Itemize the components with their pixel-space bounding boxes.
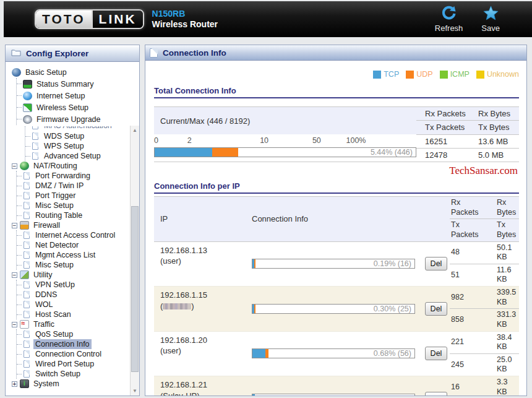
sidebar-item-misc-setup[interactable]: Misc Setup: [17, 201, 129, 210]
sidebar-item-label: NAT/Routing: [32, 161, 79, 171]
del-button[interactable]: Del: [425, 392, 447, 396]
col-header-del-spacer: [423, 197, 450, 241]
watermark: TechSansar.com: [154, 165, 519, 176]
sidebar-item-internet-setup[interactable]: Internet Setup: [17, 90, 137, 102]
sidebar-item-mgmt-access-list[interactable]: Mgmt Access List: [17, 250, 129, 260]
table-row: 192.168.1.20(user)0.68% (56)Del22138.4 K…: [154, 331, 519, 376]
sidebar-item-misc-setup[interactable]: Misc Setup: [17, 260, 129, 270]
expand-minus-icon[interactable]: −: [12, 163, 17, 169]
udp-segment: [212, 148, 238, 157]
row-ip-cell: 192.168.1.13(user): [154, 242, 252, 287]
legend-swatch-tcp: [373, 71, 381, 79]
del-button[interactable]: Del: [425, 302, 447, 316]
sidebar-item-label: Internet Setup: [35, 91, 87, 101]
save-button[interactable]: Save: [481, 6, 500, 33]
sidebar-item-utility[interactable]: −Utility: [12, 270, 129, 280]
table-row: 192.168.1.15()0.30% (25)Del982339.5 KB85…: [154, 286, 519, 331]
col-header-rx-bytes: Rx Bytes: [497, 198, 518, 217]
row-ip: 192.168.1.21: [160, 379, 252, 391]
scroll-down-icon[interactable]: ▼: [131, 386, 139, 396]
sidebar-item-firewall[interactable]: −Firewall: [12, 220, 129, 230]
sidebar-item-label: Status Summary: [35, 79, 95, 89]
sidebar-item-qos-setup[interactable]: QoS Setup: [17, 329, 129, 339]
sidebar-item-internet-access-control[interactable]: Internet Access Control: [17, 230, 129, 240]
sidebar-item-advanced-setup[interactable]: Advanced Setup: [25, 151, 129, 161]
sidebar-item-host-scan[interactable]: Host Scan: [17, 309, 129, 319]
page-icon: [24, 231, 30, 239]
sidebar-item-port-trigger[interactable]: Port Trigger: [17, 191, 129, 201]
sidebar-item-status-summary[interactable]: Status Summary: [17, 78, 137, 90]
sidebar-item-label: Mgmt Access List: [33, 250, 97, 260]
sidebar-item-wps-setup[interactable]: WPS Setup: [25, 141, 129, 151]
current-max-label: Current/Max (446 / 8192): [154, 107, 416, 134]
legend-swatch-udp: [406, 71, 414, 79]
sidebar-item-label: Connection Control: [33, 349, 103, 359]
sidebar-item-label: WDS Setup: [42, 131, 86, 141]
tree-connector: [17, 344, 22, 345]
sidebar-item-wired-port-setup[interactable]: Wired Port Setup: [17, 359, 129, 369]
connection-bar: 0.19% (16): [252, 259, 415, 269]
sidebar-item-system[interactable]: +System: [12, 379, 129, 389]
del-button[interactable]: Del: [425, 257, 447, 270]
sidebar-item-label: MAC Authentication: [42, 126, 114, 131]
tree-connector: [17, 107, 22, 108]
sidebar-item-connection-info[interactable]: Connection Info: [17, 339, 129, 349]
legend-label: UDP: [416, 70, 432, 79]
tree-connector: [17, 245, 22, 246]
utility-icon: [20, 270, 29, 279]
row-tx-packets: 245: [450, 360, 497, 370]
page-icon: [24, 241, 30, 249]
bar-percent-label: 0.30% (25): [374, 305, 411, 313]
sidebar-tree-scroll: MAC AuthenticationWDS SetupWPS SetupAdva…: [6, 126, 139, 396]
sidebar-item-switch-setup[interactable]: Switch Setup: [17, 369, 129, 379]
expand-plus-icon[interactable]: +: [12, 381, 17, 387]
del-button[interactable]: Del: [425, 347, 447, 360]
sidebar-item-wds-setup[interactable]: WDS Setup: [25, 131, 129, 141]
logo-toto-text: TOTO: [36, 11, 92, 28]
col-header-rx-packets: Rx Packets: [416, 109, 478, 118]
sidebar-item-port-forwarding[interactable]: Port Forwarding: [17, 171, 129, 181]
tree-connector: [17, 176, 22, 176]
sidebar-item-firmware-upgrade[interactable]: Firmware Upgrade: [17, 113, 137, 125]
page-icon: [150, 48, 158, 58]
expand-minus-icon[interactable]: −: [12, 223, 17, 228]
sidebar-item-label: Misc Setup: [33, 201, 75, 210]
content-area: Config Explorer Basic SetupStatus Summar…: [5, 45, 527, 396]
expand-minus-icon[interactable]: −: [12, 272, 17, 278]
table-row: 192.168.1.21(Sulav-HP)0.02% (2)Del163.3 …: [154, 376, 519, 396]
sidebar-item-nat-routing[interactable]: −NAT/Routing: [12, 161, 129, 171]
row-del-cell: Del: [423, 332, 450, 376]
sidebar-item-mac-authentication[interactable]: MAC Authentication: [25, 126, 129, 131]
sidebar-item-wol[interactable]: WOL: [17, 300, 129, 309]
sidebar-item-connection-control[interactable]: Connection Control: [17, 349, 129, 359]
legend-swatch-icmp: [440, 71, 448, 79]
sidebar-item-label: Switch Setup: [33, 369, 82, 379]
row-del-cell: Del: [423, 287, 450, 331]
table-row: 192.168.1.13(user)0.19% (16)Del4850.1 KB…: [154, 242, 519, 287]
scrollbar-thumb[interactable]: [131, 206, 139, 372]
sidebar-item-label: WOL: [33, 300, 54, 309]
per-ip-rows: 192.168.1.13(user)0.19% (16)Del4850.1 KB…: [154, 242, 519, 396]
sidebar-item-ddns[interactable]: DDNS: [17, 290, 129, 300]
legend-label: Unknown: [487, 70, 519, 79]
sidebar-item-dmz-twin-ip[interactable]: DMZ / Twin IP: [17, 181, 129, 191]
col-header-rx-packets: Rx Packets: [451, 198, 482, 217]
sidebar-item-net-detector[interactable]: Net Detector: [17, 240, 129, 250]
total-usage-bar: 5.44% (446): [154, 147, 416, 157]
scroll-up-icon[interactable]: ▲: [131, 126, 139, 135]
page-icon: [24, 360, 30, 368]
sidebar-item-vpn-setup[interactable]: VPN SetUp: [17, 280, 129, 290]
row-hostname: (): [160, 301, 252, 312]
refresh-button[interactable]: Refresh: [435, 6, 463, 33]
sidebar-item-wireless-setup[interactable]: Wireless Setup: [17, 102, 137, 113]
sidebar-item-routing-table[interactable]: Routing Table: [17, 210, 129, 220]
row-tx-packets: 51: [450, 270, 497, 280]
sidebar-scrollbar[interactable]: ▲ ▼: [130, 126, 139, 396]
bar-percent-label: 0.68% (56): [374, 349, 411, 358]
device-model: N150RB Wireless Router: [152, 9, 218, 30]
sidebar-item-basic-setup[interactable]: Basic Setup: [12, 66, 137, 78]
expand-minus-icon[interactable]: −: [12, 322, 17, 327]
sidebar-item-traffic[interactable]: −Traffic: [12, 319, 129, 329]
tree-connector: [17, 314, 22, 315]
sidebar-item-label: Internet Access Control: [33, 230, 117, 240]
